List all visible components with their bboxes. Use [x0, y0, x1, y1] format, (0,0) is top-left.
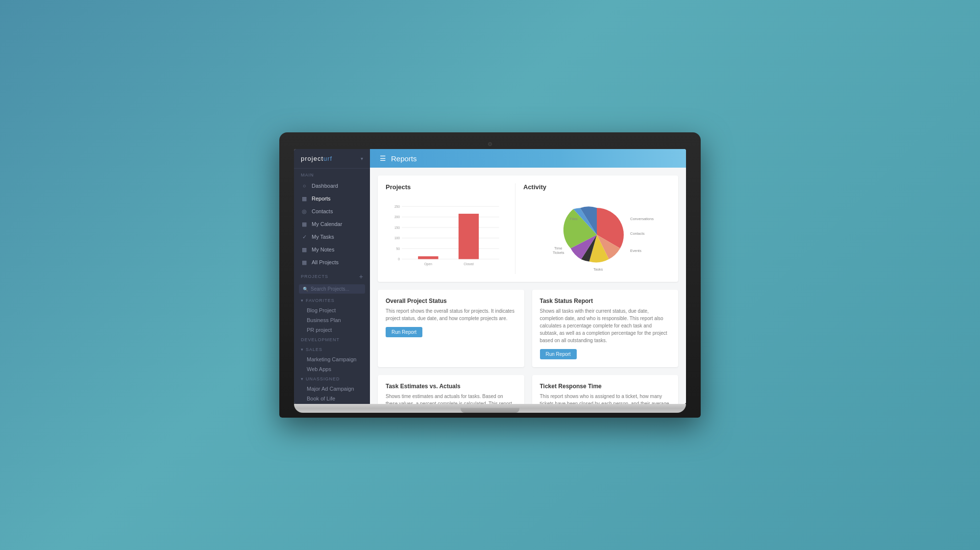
- svg-text:Conversations: Conversations: [630, 217, 654, 221]
- search-projects-box[interactable]: 🔍: [299, 284, 365, 294]
- sidebar-item-calendar[interactable]: ▦ My Calendar: [294, 218, 370, 230]
- report-title-ticket-response: Ticket Response Time: [540, 383, 671, 390]
- svg-text:100: 100: [394, 236, 400, 240]
- laptop-wrapper: projecturf ▾ MAIN ○ Dashboard ▦ Reports …: [279, 132, 701, 418]
- sidebar: projecturf ▾ MAIN ○ Dashboard ▦ Reports …: [294, 149, 370, 404]
- contacts-icon: ◎: [301, 208, 308, 215]
- report-desc-estimates: Shows time estimates and actuals for tas…: [386, 393, 516, 404]
- svg-text:150: 150: [394, 226, 400, 229]
- laptop-camera: [488, 142, 492, 146]
- report-desc-overall: This report shows the overall status for…: [386, 307, 516, 322]
- chevron-down-icon: ▾: [301, 376, 304, 381]
- notes-icon: ▦: [301, 246, 308, 253]
- search-icon: 🔍: [303, 287, 308, 292]
- project-major-ad[interactable]: Major Ad Campaign: [294, 384, 370, 394]
- sales-group-header: ▾ SALES: [294, 345, 370, 354]
- svg-text:Files: Files: [570, 217, 578, 221]
- sidebar-item-label: Contacts: [312, 208, 333, 214]
- activity-chart: Activity: [523, 183, 670, 274]
- chevron-down-icon: ▾: [301, 347, 304, 352]
- pie-chart-container: Conversations Contacts Files Events Task…: [523, 196, 670, 274]
- dashboard-icon: ○: [301, 182, 308, 189]
- sidebar-item-label: My Notes: [312, 247, 334, 252]
- sidebar-item-dashboard[interactable]: ○ Dashboard: [294, 179, 370, 192]
- report-card-task-status: Task Status Report Shows all tasks with …: [532, 290, 679, 367]
- svg-text:Events: Events: [630, 249, 641, 253]
- bar-chart-container: 250 200 150 100 50 0: [386, 196, 507, 274]
- svg-text:0: 0: [398, 257, 400, 261]
- laptop-screen: projecturf ▾ MAIN ○ Dashboard ▦ Reports …: [294, 149, 686, 404]
- sidebar-item-all-projects[interactable]: ▦ All Projects: [294, 256, 370, 269]
- run-report-overall-button[interactable]: Run Report: [386, 327, 422, 337]
- hamburger-icon[interactable]: ☰: [380, 154, 386, 162]
- svg-rect-13: [459, 214, 479, 259]
- project-book-of-life[interactable]: Book of Life: [294, 394, 370, 403]
- svg-text:Tasks: Tasks: [593, 267, 603, 272]
- sidebar-item-label: Dashboard: [312, 183, 338, 189]
- project-web-apps[interactable]: Web Apps: [294, 364, 370, 374]
- project-marketing[interactable]: Marketing Campaign: [294, 354, 370, 364]
- svg-text:Contacts: Contacts: [630, 231, 645, 236]
- sidebar-item-contacts[interactable]: ◎ Contacts: [294, 205, 370, 218]
- unassigned-group-header: ▾ UNASSIGNED: [294, 374, 370, 384]
- projects-chart: Projects: [386, 183, 507, 274]
- main-content: ☰ Reports Projects: [370, 149, 686, 404]
- svg-text:50: 50: [396, 247, 400, 250]
- projects-chart-title: Projects: [386, 183, 507, 191]
- reports-grid: Overall Project Status This report shows…: [378, 290, 678, 404]
- bar-chart-svg: 250 200 150 100 50 0: [386, 196, 507, 274]
- svg-text:Time: Time: [554, 246, 562, 250]
- project-pr[interactable]: PR project: [294, 325, 370, 335]
- report-title-task-status: Task Status Report: [540, 298, 671, 304]
- sidebar-item-label: My Calendar: [312, 221, 342, 227]
- projects-section-label: PROJECTS: [301, 274, 328, 279]
- run-report-task-status-button[interactable]: Run Report: [540, 349, 577, 359]
- report-card-estimates: Task Estimates vs. Actuals Shows time es…: [378, 375, 524, 404]
- add-project-icon[interactable]: +: [359, 273, 363, 280]
- sidebar-item-label: My Tasks: [312, 234, 334, 240]
- report-desc-task-status: Shows all tasks with their current statu…: [540, 307, 671, 344]
- sidebar-item-label: Reports: [312, 196, 331, 201]
- report-title-overall: Overall Project Status: [386, 298, 516, 304]
- sidebar-logo: projecturf ▾: [294, 149, 370, 169]
- report-desc-ticket-response: This report shows who is assigned to a t…: [540, 393, 671, 404]
- project-blog[interactable]: Blog Project: [294, 305, 370, 315]
- chart-divider: [515, 183, 515, 274]
- development-group-header: DEVELOPMENT: [294, 335, 370, 345]
- svg-text:Closed: Closed: [464, 262, 474, 266]
- search-projects-input[interactable]: [311, 286, 361, 292]
- report-title-estimates: Task Estimates vs. Actuals: [386, 383, 516, 390]
- sidebar-item-label: All Projects: [312, 259, 339, 265]
- svg-text:200: 200: [394, 215, 400, 219]
- svg-rect-12: [418, 256, 438, 259]
- dropdown-arrow-icon[interactable]: ▾: [361, 156, 363, 161]
- pie-chart-svg: Conversations Contacts Files Events Task…: [523, 196, 670, 274]
- top-header: ☰ Reports: [370, 149, 686, 168]
- content-area: Projects: [370, 168, 686, 404]
- report-card-overall: Overall Project Status This report shows…: [378, 290, 524, 367]
- calendar-icon: ▦: [301, 221, 308, 227]
- screen-bezel: projecturf ▾ MAIN ○ Dashboard ▦ Reports …: [279, 132, 701, 418]
- laptop-base: [294, 404, 686, 413]
- chevron-down-icon: ▾: [301, 298, 304, 303]
- reports-icon: ▦: [301, 195, 308, 202]
- svg-text:250: 250: [394, 205, 400, 208]
- sidebar-item-tasks[interactable]: ✓ My Tasks: [294, 230, 370, 243]
- svg-text:Open: Open: [424, 262, 432, 266]
- all-projects-icon: ▦: [301, 259, 308, 266]
- svg-text:Tickets: Tickets: [553, 250, 564, 255]
- report-card-ticket-response: Ticket Response Time This report shows w…: [532, 375, 679, 404]
- tasks-icon: ✓: [301, 233, 308, 240]
- header-title: Reports: [391, 154, 417, 163]
- main-section-label: MAIN: [294, 169, 370, 179]
- favorites-group-header: ▾ FAVORITES: [294, 296, 370, 305]
- activity-chart-title: Activity: [523, 183, 670, 191]
- projects-section-header: PROJECTS +: [294, 269, 370, 282]
- project-business-plan[interactable]: Business Plan: [294, 315, 370, 325]
- logo-text: projecturf: [301, 155, 332, 162]
- sidebar-item-reports[interactable]: ▦ Reports: [294, 192, 370, 205]
- sidebar-item-notes[interactable]: ▦ My Notes: [294, 243, 370, 256]
- charts-row: Projects: [378, 175, 678, 282]
